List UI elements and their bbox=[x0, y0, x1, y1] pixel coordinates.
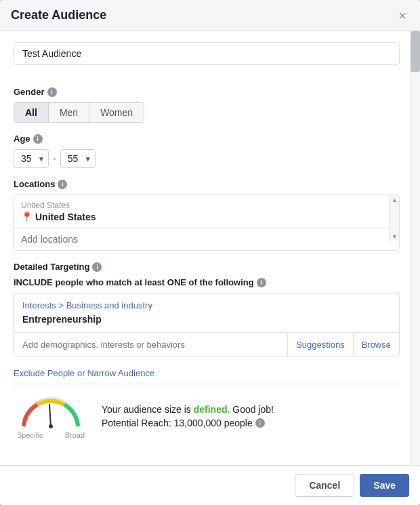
close-button[interactable]: × bbox=[396, 9, 409, 22]
locations-section: Locations i United States 📍 United State… bbox=[14, 179, 400, 251]
include-info-icon[interactable]: i bbox=[257, 278, 266, 287]
gauge-labels: Specific Broad bbox=[17, 431, 85, 439]
age-min-select[interactable]: 35 bbox=[14, 149, 49, 168]
detailed-targeting-label: Detailed Targeting i bbox=[14, 262, 400, 272]
targeting-input-row: Suggestions Browse bbox=[14, 333, 399, 357]
breadcrumb-separator: > bbox=[58, 300, 66, 310]
browse-button[interactable]: Browse bbox=[354, 333, 399, 357]
locations-input[interactable] bbox=[14, 228, 399, 250]
gauge-status-prefix: Your audience size is bbox=[102, 404, 191, 415]
gender-all-button[interactable]: All bbox=[14, 103, 49, 122]
cancel-button[interactable]: Cancel bbox=[295, 474, 354, 497]
svg-point-1 bbox=[49, 424, 53, 428]
location-item: 📍 United States bbox=[21, 211, 385, 222]
exclude-row: Exclude People or Narrow Audience bbox=[14, 368, 400, 378]
targeting-tag-row: Interests > Business and industry Entrep… bbox=[14, 294, 399, 333]
suggestions-button[interactable]: Suggestions bbox=[288, 333, 354, 357]
gauge-chart bbox=[17, 392, 85, 430]
save-button[interactable]: Save bbox=[360, 474, 409, 497]
svg-line-0 bbox=[49, 405, 51, 426]
exclude-connector: or bbox=[77, 368, 87, 378]
gauge-status-text: Your audience size is defined. Good job! bbox=[102, 404, 400, 415]
gauge-reach: Potential Reach: 13,000,000 people i bbox=[102, 418, 400, 428]
gauge-specific-label: Specific bbox=[17, 431, 43, 439]
gender-button-group: All Men Women bbox=[14, 102, 144, 123]
gauge-reach-value: 13,000,000 people bbox=[174, 418, 253, 428]
age-separator: - bbox=[53, 153, 56, 164]
targeting-actions: Suggestions Browse bbox=[287, 333, 399, 357]
targeting-input[interactable] bbox=[14, 333, 287, 357]
modal-header: Create Audience × bbox=[0, 0, 420, 31]
locations-info-icon[interactable]: i bbox=[58, 180, 67, 189]
gender-info-icon[interactable]: i bbox=[47, 87, 57, 97]
location-item-name: United States bbox=[35, 211, 96, 222]
location-country-label: United States bbox=[21, 201, 385, 210]
modal-title: Create Audience bbox=[11, 8, 106, 22]
exclude-people-link[interactable]: Exclude People bbox=[14, 368, 75, 378]
gauge-section: Specific Broad Your audience size is def… bbox=[14, 384, 400, 447]
locations-scrollbar: ▲ ▼ bbox=[390, 195, 399, 241]
scroll-thumb[interactable] bbox=[411, 31, 420, 72]
age-info-icon[interactable]: i bbox=[33, 134, 43, 144]
gauge-broad-label: Broad bbox=[65, 431, 85, 439]
detailed-targeting-section: Detailed Targeting i INCLUDE people who … bbox=[14, 262, 400, 357]
reach-info-icon[interactable]: i bbox=[255, 418, 265, 428]
location-pin-icon: 📍 bbox=[21, 211, 33, 222]
locations-selected-area: United States 📍 United States bbox=[14, 195, 399, 228]
age-max-wrapper: 55 ▼ bbox=[60, 149, 96, 168]
age-label: Age i bbox=[14, 134, 400, 144]
targeting-tag: Entrepreneurship bbox=[22, 314, 102, 325]
gauge-good-job: Good job! bbox=[232, 404, 274, 415]
locations-box: United States 📍 United States ▲ ▼ bbox=[14, 195, 400, 251]
gauge-container: Specific Broad bbox=[14, 392, 88, 439]
main-scrollbar[interactable] bbox=[411, 31, 420, 465]
age-max-select[interactable]: 55 bbox=[60, 149, 96, 168]
gauge-defined-label: defined. bbox=[194, 404, 230, 415]
gender-label: Gender i bbox=[14, 87, 400, 97]
business-industry-link[interactable]: Business and industry bbox=[66, 300, 152, 310]
narrow-audience-link[interactable]: Narrow Audience bbox=[87, 368, 154, 378]
interests-link[interactable]: Interests bbox=[22, 300, 56, 310]
include-label: INCLUDE people who match at least ONE of… bbox=[14, 277, 400, 287]
create-audience-modal: Create Audience × Gender i All Men Women… bbox=[0, 0, 420, 505]
targeting-box: Interests > Business and industry Entrep… bbox=[14, 293, 400, 357]
gender-men-button[interactable]: Men bbox=[49, 103, 89, 122]
scroll-down-icon[interactable]: ▼ bbox=[392, 233, 398, 240]
audience-name-input[interactable] bbox=[14, 42, 400, 65]
audience-name-section bbox=[14, 42, 400, 76]
age-section: Age i 35 ▼ - 55 ▼ bbox=[14, 134, 400, 168]
modal-body: Gender i All Men Women Age i 35 ▼ bbox=[0, 31, 420, 465]
scroll-up-icon[interactable]: ▲ bbox=[392, 197, 398, 203]
gender-section: Gender i All Men Women bbox=[14, 87, 400, 123]
gender-women-button[interactable]: Women bbox=[89, 103, 144, 122]
gauge-info: Your audience size is defined. Good job!… bbox=[102, 404, 400, 428]
targeting-breadcrumb: Interests > Business and industry bbox=[22, 300, 391, 310]
age-controls: 35 ▼ - 55 ▼ bbox=[14, 149, 400, 168]
modal-footer: Cancel Save bbox=[0, 465, 420, 505]
gauge-reach-label: Potential Reach: bbox=[102, 418, 171, 428]
age-min-wrapper: 35 ▼ bbox=[14, 149, 49, 168]
detailed-targeting-info-icon[interactable]: i bbox=[92, 262, 102, 272]
locations-label: Locations i bbox=[14, 179, 400, 189]
